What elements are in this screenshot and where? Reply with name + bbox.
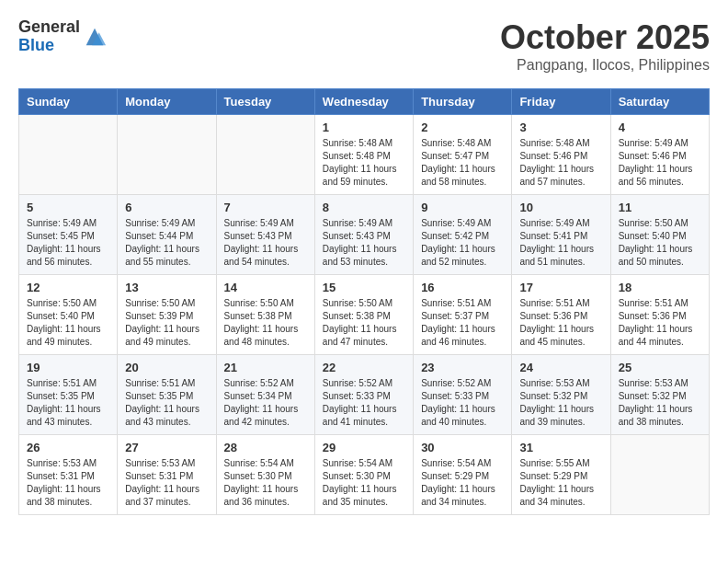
calendar-cell: 16Sunrise: 5:51 AM Sunset: 5:37 PM Dayli… [414,275,512,355]
day-info: Sunrise: 5:48 AM Sunset: 5:46 PM Dayligh… [519,137,602,189]
calendar-cell: 5Sunrise: 5:49 AM Sunset: 5:45 PM Daylig… [19,195,118,275]
day-number: 16 [421,281,504,294]
day-number: 5 [27,201,109,214]
day-number: 6 [125,201,208,214]
calendar-week-4: 19Sunrise: 5:51 AM Sunset: 5:35 PM Dayli… [19,355,710,435]
weekday-header-row: SundayMondayTuesdayWednesdayThursdayFrid… [19,89,710,115]
calendar-cell [216,115,314,195]
calendar-cell: 28Sunrise: 5:54 AM Sunset: 5:30 PM Dayli… [216,435,314,515]
day-number: 11 [619,201,701,214]
day-info: Sunrise: 5:54 AM Sunset: 5:30 PM Dayligh… [323,457,405,509]
calendar-week-2: 5Sunrise: 5:49 AM Sunset: 5:45 PM Daylig… [19,195,710,275]
day-info: Sunrise: 5:52 AM Sunset: 5:33 PM Dayligh… [323,377,405,429]
day-info: Sunrise: 5:51 AM Sunset: 5:35 PM Dayligh… [125,377,208,429]
day-number: 31 [519,441,602,454]
calendar-cell: 7Sunrise: 5:49 AM Sunset: 5:43 PM Daylig… [216,195,314,275]
day-number: 10 [519,201,602,214]
day-number: 24 [519,361,602,374]
day-info: Sunrise: 5:53 AM Sunset: 5:32 PM Dayligh… [519,377,602,429]
location-title: Pangpang, Ilocos, Philippines [500,57,710,74]
calendar-table: SundayMondayTuesdayWednesdayThursdayFrid… [18,88,710,515]
day-number: 27 [125,441,208,454]
day-number: 8 [323,201,405,214]
calendar-cell: 4Sunrise: 5:49 AM Sunset: 5:46 PM Daylig… [610,115,709,195]
day-info: Sunrise: 5:53 AM Sunset: 5:31 PM Dayligh… [125,457,208,509]
day-number: 7 [224,201,307,214]
day-number: 29 [323,441,405,454]
day-number: 14 [224,281,307,294]
day-info: Sunrise: 5:50 AM Sunset: 5:38 PM Dayligh… [323,297,405,349]
day-info: Sunrise: 5:50 AM Sunset: 5:39 PM Dayligh… [125,297,208,349]
calendar-cell: 6Sunrise: 5:49 AM Sunset: 5:44 PM Daylig… [118,195,216,275]
calendar-header: SundayMondayTuesdayWednesdayThursdayFrid… [19,89,710,115]
calendar-body: 1Sunrise: 5:48 AM Sunset: 5:48 PM Daylig… [19,115,710,515]
logo-icon [82,24,108,50]
calendar-cell [610,435,709,515]
weekday-header-tuesday: Tuesday [216,89,314,115]
day-info: Sunrise: 5:50 AM Sunset: 5:40 PM Dayligh… [619,217,701,269]
day-info: Sunrise: 5:49 AM Sunset: 5:45 PM Dayligh… [27,217,109,269]
day-info: Sunrise: 5:49 AM Sunset: 5:44 PM Dayligh… [125,217,208,269]
day-info: Sunrise: 5:51 AM Sunset: 5:37 PM Dayligh… [421,297,504,349]
day-number: 18 [619,281,701,294]
calendar-cell: 22Sunrise: 5:52 AM Sunset: 5:33 PM Dayli… [314,355,413,435]
calendar-cell: 14Sunrise: 5:50 AM Sunset: 5:38 PM Dayli… [216,275,314,355]
day-info: Sunrise: 5:49 AM Sunset: 5:41 PM Dayligh… [519,217,602,269]
calendar-cell: 20Sunrise: 5:51 AM Sunset: 5:35 PM Dayli… [118,355,216,435]
day-info: Sunrise: 5:53 AM Sunset: 5:31 PM Dayligh… [27,457,109,509]
weekday-header-thursday: Thursday [414,89,512,115]
day-info: Sunrise: 5:49 AM Sunset: 5:46 PM Dayligh… [619,137,701,189]
title-section: October 2025 Pangpang, Ilocos, Philippin… [500,18,710,74]
weekday-header-friday: Friday [512,89,610,115]
day-info: Sunrise: 5:50 AM Sunset: 5:40 PM Dayligh… [27,297,109,349]
day-info: Sunrise: 5:49 AM Sunset: 5:42 PM Dayligh… [421,217,504,269]
calendar-week-3: 12Sunrise: 5:50 AM Sunset: 5:40 PM Dayli… [19,275,710,355]
calendar-cell: 24Sunrise: 5:53 AM Sunset: 5:32 PM Dayli… [512,355,610,435]
logo: General Blue [18,18,108,55]
day-info: Sunrise: 5:49 AM Sunset: 5:43 PM Dayligh… [323,217,405,269]
calendar-cell: 15Sunrise: 5:50 AM Sunset: 5:38 PM Dayli… [314,275,413,355]
calendar-cell: 8Sunrise: 5:49 AM Sunset: 5:43 PM Daylig… [314,195,413,275]
calendar-cell [118,115,216,195]
calendar-cell: 30Sunrise: 5:54 AM Sunset: 5:29 PM Dayli… [414,435,512,515]
day-number: 2 [421,121,504,134]
calendar-cell: 27Sunrise: 5:53 AM Sunset: 5:31 PM Dayli… [118,435,216,515]
calendar-cell: 9Sunrise: 5:49 AM Sunset: 5:42 PM Daylig… [414,195,512,275]
calendar-cell: 12Sunrise: 5:50 AM Sunset: 5:40 PM Dayli… [19,275,118,355]
day-number: 1 [323,121,405,134]
day-info: Sunrise: 5:53 AM Sunset: 5:32 PM Dayligh… [619,377,701,429]
calendar-cell: 2Sunrise: 5:48 AM Sunset: 5:47 PM Daylig… [414,115,512,195]
day-info: Sunrise: 5:48 AM Sunset: 5:48 PM Dayligh… [323,137,405,189]
calendar-cell: 17Sunrise: 5:51 AM Sunset: 5:36 PM Dayli… [512,275,610,355]
day-number: 20 [125,361,208,374]
day-number: 15 [323,281,405,294]
calendar-cell: 31Sunrise: 5:55 AM Sunset: 5:29 PM Dayli… [512,435,610,515]
day-number: 25 [619,361,701,374]
calendar-cell: 25Sunrise: 5:53 AM Sunset: 5:32 PM Dayli… [610,355,709,435]
day-number: 4 [619,121,701,134]
day-number: 22 [323,361,405,374]
day-number: 3 [519,121,602,134]
calendar-week-1: 1Sunrise: 5:48 AM Sunset: 5:48 PM Daylig… [19,115,710,195]
day-number: 19 [27,361,109,374]
calendar-cell: 3Sunrise: 5:48 AM Sunset: 5:46 PM Daylig… [512,115,610,195]
day-info: Sunrise: 5:49 AM Sunset: 5:43 PM Dayligh… [224,217,307,269]
day-info: Sunrise: 5:52 AM Sunset: 5:34 PM Dayligh… [224,377,307,429]
day-number: 30 [421,441,504,454]
weekday-header-monday: Monday [118,89,216,115]
calendar-cell: 19Sunrise: 5:51 AM Sunset: 5:35 PM Dayli… [19,355,118,435]
day-number: 23 [421,361,504,374]
day-info: Sunrise: 5:54 AM Sunset: 5:30 PM Dayligh… [224,457,307,509]
calendar-cell: 11Sunrise: 5:50 AM Sunset: 5:40 PM Dayli… [610,195,709,275]
day-number: 26 [27,441,109,454]
page-header: General Blue October 2025 Pangpang, Iloc… [18,18,710,74]
calendar-cell: 18Sunrise: 5:51 AM Sunset: 5:36 PM Dayli… [610,275,709,355]
day-info: Sunrise: 5:51 AM Sunset: 5:35 PM Dayligh… [27,377,109,429]
day-number: 17 [519,281,602,294]
calendar-cell: 13Sunrise: 5:50 AM Sunset: 5:39 PM Dayli… [118,275,216,355]
calendar-cell: 10Sunrise: 5:49 AM Sunset: 5:41 PM Dayli… [512,195,610,275]
day-info: Sunrise: 5:54 AM Sunset: 5:29 PM Dayligh… [421,457,504,509]
day-number: 9 [421,201,504,214]
calendar-cell [19,115,118,195]
day-number: 21 [224,361,307,374]
